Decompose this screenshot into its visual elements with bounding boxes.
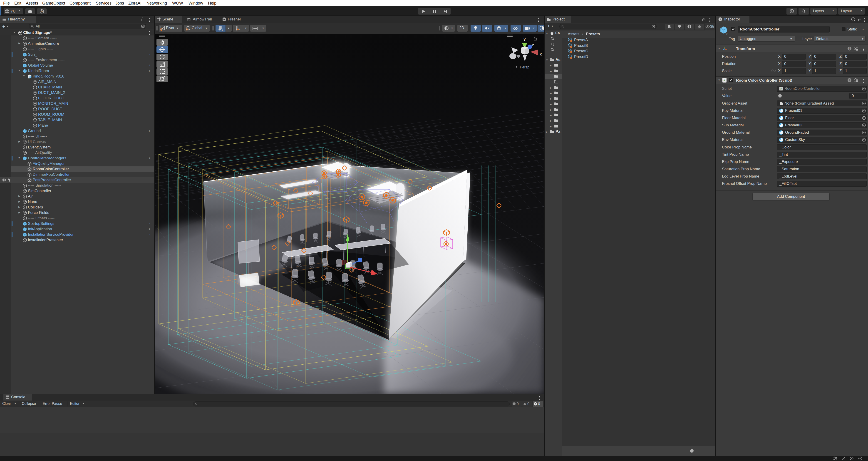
svg-text:?: ?	[849, 47, 850, 50]
svg-text:{}: {}	[570, 45, 572, 48]
svg-text:#: #	[723, 79, 725, 82]
svg-text:D: D	[41, 10, 43, 13]
svg-text:z: z	[532, 43, 534, 47]
svg-text:Persp: Persp	[520, 65, 529, 69]
svg-text:{}: {}	[570, 39, 572, 42]
svg-text:#: #	[780, 87, 782, 90]
svg-text:{}: {}	[570, 51, 572, 53]
svg-text:Y: Y	[222, 29, 223, 31]
svg-text:y: y	[524, 37, 526, 41]
svg-text:{}: {}	[570, 56, 572, 59]
svg-text:?: ?	[849, 79, 850, 82]
svg-text:x: x	[540, 52, 542, 56]
